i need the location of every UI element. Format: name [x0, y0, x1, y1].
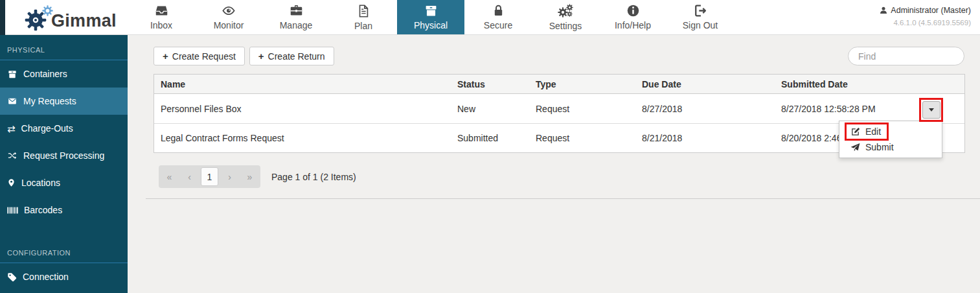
sidebar-item-label: Charge-Outs	[21, 123, 73, 134]
pagination-first-button[interactable]: «	[161, 167, 178, 186]
sidebar-item-containers[interactable]: Containers	[0, 60, 128, 88]
create-request-label: Create Request	[172, 51, 236, 62]
dropdown-item-edit[interactable]: Edit	[839, 124, 942, 139]
nav-item-settings[interactable]: Settings	[532, 0, 599, 34]
sidebar-item-label: Barcodes	[24, 205, 62, 215]
nav-label: Physical	[414, 20, 448, 30]
logo-text: Gimmal	[51, 12, 117, 30]
nav-item-monitor[interactable]: Monitor	[195, 0, 262, 34]
sidebar-section-configuration: CONFIGURATION	[0, 238, 128, 263]
find-input[interactable]	[848, 47, 964, 65]
nav-item-physical[interactable]: Physical	[397, 0, 464, 34]
sidebar-item-my-requests[interactable]: My Requests	[0, 88, 128, 115]
create-return-button[interactable]: + Create Return	[249, 47, 334, 65]
pagination-summary: Page 1 of 1 (2 Items)	[271, 172, 356, 182]
nav-item-secure[interactable]: Secure	[464, 0, 532, 34]
map-pin-icon	[7, 178, 16, 188]
table-header-row: Name Status Type Due Date Submitted Date	[154, 75, 964, 94]
dropdown-item-label: Submit	[865, 142, 894, 152]
row-actions-dropdown-menu: Edit Submit	[839, 121, 942, 158]
document-icon	[356, 4, 370, 18]
pagination-next-button[interactable]: ›	[221, 167, 238, 186]
eye-icon	[221, 4, 236, 18]
nav-item-sign-out[interactable]: Sign Out	[667, 0, 734, 34]
tag-icon	[7, 272, 17, 282]
cell-type: Request	[536, 104, 642, 114]
column-header-status[interactable]: Status	[457, 79, 536, 89]
cell-type: Request	[536, 133, 642, 143]
nav-label: Monitor	[214, 20, 244, 30]
cell-name: Legal Contract Forms Request	[154, 133, 457, 143]
gears-icon	[558, 4, 574, 18]
envelope-icon	[7, 97, 17, 106]
sidebar-item-locations[interactable]: Locations	[0, 169, 128, 196]
nav-label: Info/Help	[615, 20, 651, 30]
sidebar-spacer	[0, 224, 128, 238]
dropdown-item-label: Edit	[865, 126, 881, 137]
swap-arrows-icon: ⇄	[7, 124, 16, 134]
nav-item-plan[interactable]: Plan	[330, 0, 397, 34]
cell-name: Personnel Files Box	[154, 104, 457, 114]
nav-label: Sign Out	[683, 20, 718, 30]
info-icon	[626, 4, 640, 18]
sidebar-section-physical: PHYSICAL	[0, 35, 128, 60]
sidebar-item-charge-outs[interactable]: ⇄ Charge-Outs	[0, 115, 128, 142]
sign-out-icon	[693, 4, 708, 18]
plus-icon: +	[163, 51, 168, 61]
toolbar: + Create Request + Create Return	[154, 47, 964, 65]
current-user[interactable]: Administrator (Master)	[880, 6, 971, 15]
user-icon	[880, 6, 887, 14]
lock-icon	[492, 4, 505, 18]
nav-label: Inbox	[150, 20, 172, 30]
main-content: + Create Request + Create Return Name St…	[128, 35, 980, 293]
cell-status: Submitted	[457, 133, 536, 143]
cell-submitted-date: 8/27/2018 12:58:28 PM	[781, 104, 920, 114]
nav-item-info-help[interactable]: Info/Help	[599, 0, 667, 34]
barcode-icon	[7, 206, 18, 215]
pagination-group: « ‹ 1 › »	[159, 165, 260, 188]
create-return-label: Create Return	[268, 51, 325, 62]
column-header-submitted-date[interactable]: Submitted Date	[781, 79, 920, 89]
gimmal-logo: Gimmal	[25, 4, 117, 32]
column-header-due-date[interactable]: Due Date	[642, 79, 781, 89]
top-header: Gimmal Inbox	[0, 0, 980, 35]
pagination-last-button[interactable]: »	[241, 167, 258, 186]
user-name: Administrator (Master)	[891, 6, 971, 15]
app-window: Gimmal Inbox	[0, 0, 980, 293]
shuffle-icon	[7, 151, 17, 160]
sidebar-item-label: Connection	[23, 272, 69, 282]
cell-due-date: 8/21/2018	[642, 133, 781, 143]
sidebar-item-connection[interactable]: Connection	[0, 263, 128, 290]
user-box: Administrator (Master) 4.6.1.0 (4.5.6919…	[880, 6, 971, 27]
caret-down-icon	[929, 108, 934, 111]
nav-label: Plan	[354, 21, 372, 31]
sidebar: PHYSICAL Containers My Requests	[0, 35, 128, 293]
nav-label: Manage	[280, 20, 313, 30]
container-box-icon	[7, 69, 17, 79]
nav-label: Secure	[484, 20, 512, 30]
create-request-button[interactable]: + Create Request	[154, 47, 245, 65]
dropdown-item-submit[interactable]: Submit	[839, 139, 942, 155]
nav-item-manage[interactable]: Manage	[262, 0, 330, 34]
sidebar-item-label: My Requests	[23, 96, 76, 106]
nav-label: Settings	[549, 21, 582, 31]
table-row[interactable]: Personnel Files Box New Request 8/27/201…	[154, 94, 964, 123]
inbox-icon	[154, 4, 169, 18]
left-edge-strip	[0, 0, 5, 35]
sidebar-item-barcodes[interactable]: Barcodes	[0, 196, 128, 224]
cell-status: New	[457, 104, 536, 114]
cell-due-date: 8/27/2018	[642, 104, 781, 114]
pagination-page-1-button[interactable]: 1	[201, 167, 218, 186]
nav-item-inbox[interactable]: Inbox	[128, 0, 195, 34]
sidebar-item-request-processing[interactable]: Request Processing	[0, 142, 128, 169]
column-header-type[interactable]: Type	[536, 79, 642, 89]
sidebar-item-label: Containers	[23, 69, 67, 79]
content-divider	[146, 198, 980, 199]
top-nav: Inbox Monitor	[128, 0, 734, 35]
sidebar-item-label: Locations	[21, 178, 60, 188]
pagination: « ‹ 1 › » Page 1 of 1 (2 Items)	[154, 165, 980, 188]
column-header-name[interactable]: Name	[154, 79, 457, 89]
row-actions-dropdown-button[interactable]	[922, 101, 940, 119]
plus-icon: +	[258, 51, 264, 61]
pagination-prev-button[interactable]: ‹	[181, 167, 198, 186]
